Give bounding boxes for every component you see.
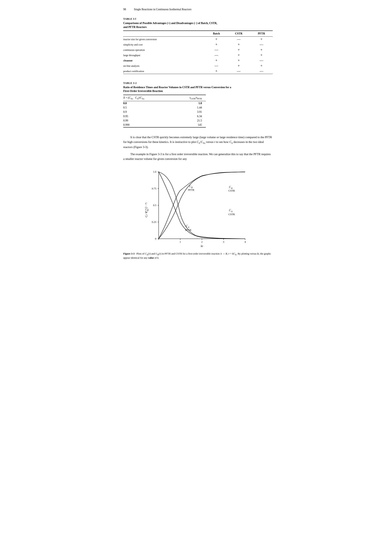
svg-text:A: A xyxy=(231,210,233,213)
table1-row-label: reactor size for given conversion xyxy=(123,37,205,42)
cb-cstr-text: CSTR xyxy=(229,189,235,192)
table1-cell-cstr: + xyxy=(227,47,250,52)
table1-cell-cstr: + xyxy=(227,63,250,68)
table1-cell-pftr: + xyxy=(250,63,273,68)
table2-label: TABLE 3-2 xyxy=(123,81,273,85)
svg-text:0.25: 0.25 xyxy=(152,220,156,223)
paragraph2: The example in Figure 3-3 is for a first… xyxy=(123,152,273,161)
table1-cell-batch: — xyxy=(205,47,227,52)
table1-col-label xyxy=(123,31,205,37)
ca-pftr-label: C xyxy=(186,224,188,228)
table1-cell-cstr: + xyxy=(227,58,250,63)
cb-cstr-label: C xyxy=(229,186,231,189)
svg-text:A: A xyxy=(188,226,189,228)
page-title: Single Reactions in Continuous Isotherma… xyxy=(134,8,191,11)
table1-row-label: cleanout xyxy=(123,58,205,63)
table2-row-x: 0.5 xyxy=(123,105,167,110)
figure3-3-chart: 0 0.25 0.5 0.75 1.0 1 2 3 4 Cⱼ / CAo C j xyxy=(143,166,253,249)
table2-col2-header: τCSTR/τPFTR xyxy=(167,95,206,101)
table1-cell-cstr: + xyxy=(227,52,250,58)
paragraph1: It is clear that the CSTR quickly become… xyxy=(123,135,273,149)
table2-row-ratio: 145 xyxy=(167,123,206,127)
table1-col-cstr: CSTR xyxy=(227,31,250,37)
table1-row-label: product certification xyxy=(123,68,205,74)
table1-row-label: large throughput xyxy=(123,52,205,58)
table2-row-x: 0.0 xyxy=(123,101,167,105)
table1-col-batch: Batch xyxy=(205,31,227,37)
table2: X = (CAo CA)/CAo τCSTR/τPFTR 0.01.00.51.… xyxy=(123,95,206,128)
figure-caption: Figure 3-3 Plots of CA(τ) and CB(τ) in P… xyxy=(123,252,273,260)
table1-cell-pftr: — xyxy=(250,42,273,47)
table1-cell-pftr: + xyxy=(250,47,273,52)
table1-caption: Comparisons of Possible Advantages (+) a… xyxy=(123,21,273,29)
svg-text:1.0: 1.0 xyxy=(153,170,156,173)
table1-cell-pftr: — xyxy=(250,68,273,74)
svg-text:C: C xyxy=(145,208,147,211)
svg-text:4: 4 xyxy=(245,240,246,243)
cb-pftr-text: PFTR xyxy=(188,188,194,191)
svg-text:C: C xyxy=(145,202,147,205)
table1-cell-cstr: + xyxy=(227,42,250,47)
table2-caption: Ratio of Residence Times and Reactor Vol… xyxy=(123,86,273,93)
ca-pftr-text: PFTR xyxy=(185,229,191,231)
svg-text:3: 3 xyxy=(223,240,224,243)
table1-label: TABLE 3-l xyxy=(123,17,273,20)
svg-text:2: 2 xyxy=(201,240,203,243)
svg-text:1: 1 xyxy=(180,240,181,243)
table2-col1-header: X = (CAo CA)/CAo xyxy=(123,95,167,101)
cb-pftr-label: C xyxy=(189,185,191,188)
table1-cell-batch: + xyxy=(205,37,227,42)
table1-cell-batch: + xyxy=(205,42,227,47)
svg-text:0.5: 0.5 xyxy=(153,204,156,207)
table2-row-x: 0.99 xyxy=(123,119,167,123)
table1: Batch CSTR PFTR reactor size for given c… xyxy=(123,30,273,74)
svg-text:Ao: Ao xyxy=(145,211,147,213)
page-header: 98 Single Reactions in Continuous Isothe… xyxy=(123,8,273,11)
svg-text:0.75: 0.75 xyxy=(152,187,156,190)
table1-row-label: continuous operation xyxy=(123,47,205,52)
svg-text:0: 0 xyxy=(155,237,156,240)
ca-cstr-label: C xyxy=(229,209,231,212)
table2-row-x: 0.999 xyxy=(123,123,167,127)
table1-cell-batch: + xyxy=(205,58,227,63)
table2-row-ratio: 3.91 xyxy=(167,110,206,114)
table1-cell-batch: — xyxy=(205,52,227,58)
table1-cell-pftr: + xyxy=(250,37,273,42)
page-number: 98 xyxy=(123,8,126,11)
svg-text:kτ: kτ xyxy=(201,245,203,248)
table2-row-x: 0.9 xyxy=(123,110,167,114)
table1-col-pftr: PFTR xyxy=(250,31,273,37)
table1-row-label: on-line analysis xyxy=(123,63,205,68)
table1-cell-batch: — xyxy=(205,63,227,68)
table1-section: TABLE 3-l Comparisons of Possible Advant… xyxy=(123,17,273,74)
figure3-3-container: 0 0.25 0.5 0.75 1.0 1 2 3 4 Cⱼ / CAo C j xyxy=(123,166,273,249)
figure-label: Figure 3-3 xyxy=(123,252,135,255)
table2-row-ratio: 6.34 xyxy=(167,114,206,119)
table2-row-x: 0.95 xyxy=(123,114,167,119)
table2-section: TABLE 3-2 Ratio of Residence Times and R… xyxy=(123,81,273,128)
svg-text:j: j xyxy=(146,205,146,207)
table1-cell-batch: + xyxy=(205,68,227,74)
table2-row-ratio: 1.0 xyxy=(167,101,206,105)
body-text-section: It is clear that the CSTR quickly become… xyxy=(123,135,273,161)
table1-cell-cstr: — xyxy=(227,37,250,42)
table1-cell-pftr: + xyxy=(250,52,273,58)
table2-row-ratio: 21.5 xyxy=(167,119,206,123)
table1-cell-cstr: — xyxy=(227,68,250,74)
table2-row-ratio: 1.44 xyxy=(167,105,206,110)
table1-row-label: simplicity and cost xyxy=(123,42,205,47)
table1-cell-pftr: — xyxy=(250,58,273,63)
ca-cstr-text: CSTR xyxy=(229,213,235,216)
